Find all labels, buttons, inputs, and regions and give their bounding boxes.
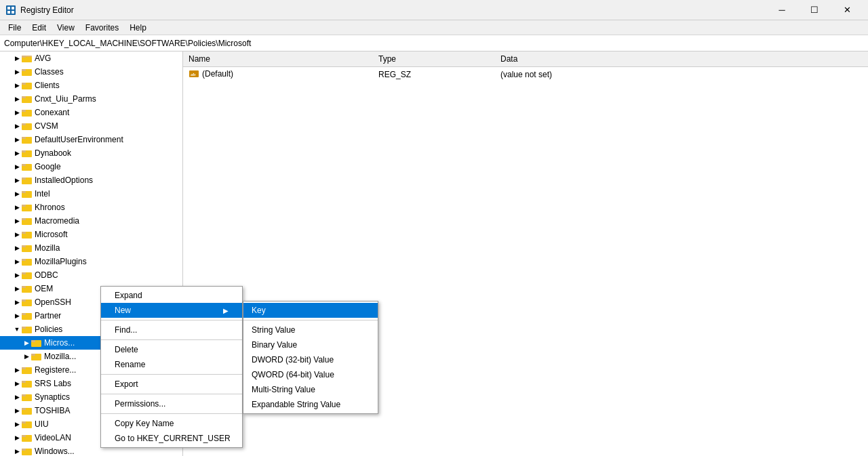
- submenu-dword-value[interactable]: DWORD (32-bit) Value: [243, 352, 378, 367]
- svg-rect-64: [22, 435, 26, 437]
- tree-item-avg[interactable]: ▶ AVG: [0, 51, 182, 65]
- folder-icon: [22, 94, 33, 104]
- submenu-key[interactable]: Key: [243, 303, 378, 318]
- expand-arrow: ▶: [12, 379, 22, 388]
- tree-label: DefaultUserEnvironment: [35, 135, 123, 144]
- expand-arrow: ▶: [12, 257, 22, 266]
- tree-item-macromedia[interactable]: ▶ Macromedia: [0, 214, 182, 228]
- context-menu-goto-hkcu[interactable]: Go to HKEY_CURRENT_USER: [101, 431, 242, 446]
- folder-icon: [22, 67, 33, 77]
- folder-icon: [22, 189, 33, 199]
- window-controls: ─ ☐ ✕: [766, 0, 863, 20]
- menu-favorites[interactable]: Favorites: [80, 22, 124, 34]
- tree-label: Intel: [35, 189, 50, 199]
- folder-icon: [22, 419, 33, 429]
- context-menu-new[interactable]: New ▶: [101, 303, 242, 318]
- col-data: Data: [495, 51, 868, 66]
- data-table: Name Type Data ab (Default): [183, 51, 868, 83]
- tree-label: AVG: [35, 54, 51, 63]
- folder-icon: [22, 379, 33, 388]
- context-menu-export[interactable]: Export: [101, 377, 242, 392]
- menu-edit[interactable]: Edit: [26, 22, 52, 34]
- folder-icon: [22, 216, 33, 226]
- tree-label: Policies: [35, 325, 62, 334]
- expand-arrow: ▶: [12, 297, 22, 307]
- expand-arrow: ▶: [12, 406, 22, 415]
- tree-item-clients[interactable]: ▶ Clients: [0, 79, 182, 92]
- menu-help[interactable]: Help: [124, 22, 152, 34]
- expand-arrow: ▶: [12, 433, 22, 442]
- folder-icon: [22, 135, 33, 144]
- close-button[interactable]: ✕: [831, 0, 863, 20]
- tree-item-google[interactable]: ▶ Google: [0, 160, 182, 173]
- folder-icon: [22, 121, 33, 131]
- tree-label: Partner: [35, 311, 61, 320]
- tree-item-cvsm[interactable]: ▶ CVSM: [0, 119, 182, 133]
- svg-rect-28: [22, 191, 26, 193]
- submenu-expandable-string[interactable]: Expandable String Value: [243, 397, 378, 412]
- tree-item-khronos[interactable]: ▶ Khronos: [0, 201, 182, 214]
- svg-rect-26: [22, 178, 26, 180]
- context-menu-delete[interactable]: Delete: [101, 342, 242, 357]
- svg-rect-16: [22, 110, 26, 112]
- svg-rect-7: [22, 57, 32, 62]
- menu-file[interactable]: File: [3, 22, 26, 34]
- submenu-string-value[interactable]: String Value: [243, 323, 378, 337]
- tree-label: Cnxt_Uiu_Parms: [35, 94, 96, 104]
- expand-arrow: ▶: [22, 352, 31, 361]
- row-data: (value not set): [495, 66, 868, 83]
- minimize-button[interactable]: ─: [766, 0, 797, 20]
- submenu-binary-value[interactable]: Binary Value: [243, 337, 378, 352]
- submenu-sep: [243, 320, 378, 320]
- expand-arrow: ▶: [12, 162, 22, 171]
- tree-item-conexant[interactable]: ▶ Conexant: [0, 106, 182, 119]
- tree-item-mozilla[interactable]: ▶ Mozilla: [0, 241, 182, 255]
- svg-rect-12: [22, 83, 26, 85]
- tree-item-microsoft[interactable]: ▶ Microsoft: [0, 228, 182, 241]
- submenu-multi-string[interactable]: Multi-String Value: [243, 382, 378, 397]
- row-name: ab (Default): [183, 66, 373, 83]
- menu-view[interactable]: View: [52, 22, 80, 34]
- tree-item-installedoptions[interactable]: ▶ InstalledOptions: [0, 173, 182, 187]
- tree-label: UIU: [35, 419, 49, 429]
- svg-rect-14: [22, 96, 26, 98]
- folder-icon: [22, 108, 33, 117]
- tree-item-classes[interactable]: ▶ Classes: [0, 65, 182, 79]
- tree-label: Macromedia: [35, 216, 79, 226]
- folder-icon: [22, 148, 33, 158]
- tree-label: Synaptics: [35, 392, 70, 402]
- svg-rect-34: [22, 232, 26, 234]
- table-row[interactable]: ab (Default) REG_SZ (value not set): [183, 66, 868, 83]
- submenu-qword-value[interactable]: QWORD (64-bit) Value: [243, 367, 378, 382]
- svg-rect-62: [22, 421, 26, 423]
- context-menu-rename[interactable]: Rename: [101, 357, 242, 372]
- folder-icon: [22, 54, 33, 63]
- expand-arrow: ▶: [12, 270, 22, 280]
- tree-item-dynabook[interactable]: ▶ Dynabook: [0, 146, 182, 160]
- submenu: Key String Value Binary Value DWORD (32-…: [243, 301, 378, 414]
- tree-item-mozillaplugins[interactable]: ▶ MozillaPlugins: [0, 255, 182, 268]
- app-icon: [5, 5, 16, 16]
- context-menu-expand[interactable]: Expand: [101, 288, 242, 303]
- tree-item-odbc[interactable]: ▶ ODBC: [0, 268, 182, 282]
- maximize-button[interactable]: ☐: [799, 0, 830, 20]
- context-menu-sep2: [101, 339, 242, 340]
- context-menu-copy-key-name[interactable]: Copy Key Name: [101, 416, 242, 431]
- context-menu-permissions[interactable]: Permissions...: [101, 396, 242, 411]
- svg-rect-56: [22, 381, 26, 383]
- tree-item-defaultuser[interactable]: ▶ DefaultUserEnvironment: [0, 133, 182, 146]
- tree-item-cnxt[interactable]: ▶ Cnxt_Uiu_Parms: [0, 92, 182, 106]
- svg-rect-58: [22, 394, 26, 396]
- expand-arrow: ▶: [12, 311, 22, 320]
- expand-arrow: ▶: [12, 94, 22, 104]
- context-menu-find[interactable]: Find...: [101, 323, 242, 337]
- tree-label: Mozilla: [35, 243, 60, 253]
- tree-item-intel[interactable]: ▶ Intel: [0, 187, 182, 201]
- folder-icon: [22, 297, 33, 307]
- folder-icon: [22, 230, 33, 239]
- expand-arrow: ▼: [12, 325, 22, 334]
- tree-label: ODBC: [35, 270, 58, 280]
- expand-arrow: ▶: [12, 108, 22, 117]
- address-bar: Computer\HKEY_LOCAL_MACHINE\SOFTWARE\Pol…: [0, 35, 868, 51]
- folder-icon: [22, 365, 33, 375]
